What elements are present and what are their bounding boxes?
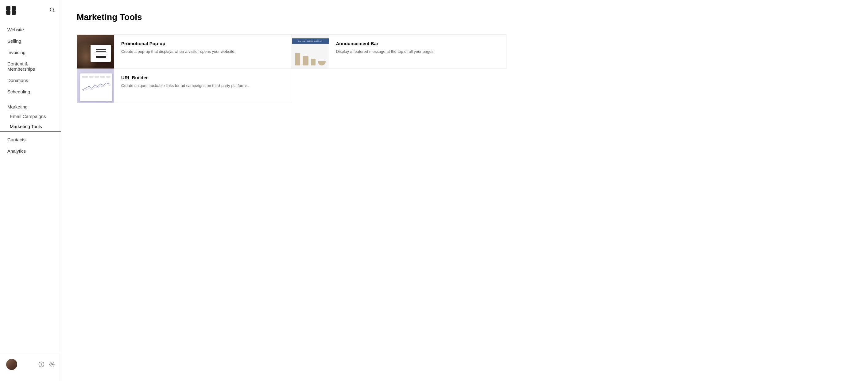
url-chart-area <box>82 79 111 92</box>
main-content: Marketing Tools <box>61 0 868 381</box>
tool-title-announcement: Announcement Bar <box>336 41 499 46</box>
product-medium <box>303 56 308 65</box>
svg-rect-3 <box>12 10 16 15</box>
sidebar-header <box>0 6 61 24</box>
tool-desc-popup: Create a pop-up that displays when a vis… <box>121 49 284 55</box>
sidebar-item-donations[interactable]: Donations <box>0 75 61 86</box>
sidebar-nav: Website Selling Invoicing Content & Memb… <box>0 24 61 354</box>
tool-desc-url: Create unique, trackable links for ad ca… <box>121 83 284 89</box>
tool-image-announcement: Use code HOLIDAY for 20% off <box>292 35 329 68</box>
sidebar-item-scheduling[interactable]: Scheduling <box>0 86 61 97</box>
url-pill-1 <box>82 76 88 78</box>
svg-text:?: ? <box>40 362 42 366</box>
product-bowl <box>318 61 326 65</box>
popup-line-1 <box>96 49 105 50</box>
tool-card-empty <box>292 68 507 103</box>
product-small <box>311 59 316 65</box>
sidebar-footer: ? <box>0 354 61 375</box>
tool-image-popup <box>77 35 114 68</box>
tool-image-url <box>77 69 114 102</box>
sidebar-item-content-memberships[interactable]: Content & Memberships <box>0 58 61 75</box>
settings-button[interactable] <box>49 361 55 368</box>
svg-point-8 <box>51 364 53 365</box>
sidebar: Website Selling Invoicing Content & Memb… <box>0 0 61 381</box>
sidebar-item-analytics[interactable]: Analytics <box>0 145 61 157</box>
tool-title-url: URL Builder <box>121 75 284 80</box>
sidebar-item-selling[interactable]: Selling <box>0 35 61 47</box>
popup-btn <box>96 56 105 58</box>
footer-icons: ? <box>38 361 55 368</box>
sidebar-item-invoicing[interactable]: Invoicing <box>0 47 61 58</box>
url-pill-2 <box>89 76 94 78</box>
announcement-bar-preview: Use code HOLIDAY for 20% off <box>292 38 329 44</box>
sidebar-item-contacts[interactable]: Contacts <box>0 134 61 145</box>
svg-rect-0 <box>6 6 10 10</box>
nav-section-bottom: Contacts Analytics <box>0 134 61 157</box>
nav-marketing-label: Marketing <box>0 100 61 111</box>
url-card-preview <box>80 74 112 101</box>
tool-body-url: URL Builder Create unique, trackable lin… <box>114 69 292 102</box>
tool-card-promotional-popup[interactable]: Promotional Pop-up Create a pop-up that … <box>77 34 292 69</box>
url-header-bar <box>82 76 111 78</box>
cards-container: Promotional Pop-up Create a pop-up that … <box>77 34 506 103</box>
svg-point-4 <box>50 8 54 11</box>
tool-desc-announcement: Display a featured message at the top of… <box>336 49 499 55</box>
search-button[interactable] <box>50 7 55 14</box>
announcement-products <box>292 53 329 65</box>
tool-title-popup: Promotional Pop-up <box>121 41 284 46</box>
url-pill-5 <box>106 76 111 78</box>
svg-line-5 <box>53 11 55 12</box>
popup-line-4 <box>94 54 107 54</box>
product-tall <box>295 53 300 65</box>
sidebar-item-email-campaigns[interactable]: Email Campaigns <box>0 111 61 121</box>
popup-overlay <box>91 45 111 62</box>
popup-line-2 <box>96 51 105 52</box>
svg-rect-1 <box>12 6 16 10</box>
url-pill-4 <box>100 76 105 78</box>
tool-card-announcement-bar[interactable]: Use code HOLIDAY for 20% off Announcemen <box>291 34 507 69</box>
cards-row-2: URL Builder Create unique, trackable lin… <box>77 69 506 103</box>
tool-body-popup: Promotional Pop-up Create a pop-up that … <box>114 35 291 68</box>
tool-body-announcement: Announcement Bar Display a featured mess… <box>329 35 506 68</box>
url-pill-3 <box>95 76 99 78</box>
svg-rect-2 <box>6 10 10 15</box>
logo[interactable] <box>6 6 16 15</box>
tool-card-url-builder[interactable]: URL Builder Create unique, trackable lin… <box>77 68 292 103</box>
popup-line-3 <box>94 53 107 53</box>
help-button[interactable]: ? <box>38 361 44 368</box>
nav-section-marketing: Marketing Email Campaigns Marketing Tool… <box>0 100 61 131</box>
sidebar-item-website[interactable]: Website <box>0 24 61 35</box>
nav-section-main: Website Selling Invoicing Content & Memb… <box>0 24 61 97</box>
sidebar-item-marketing-tools[interactable]: Marketing Tools <box>0 121 61 131</box>
cards-row-1: Promotional Pop-up Create a pop-up that … <box>77 34 506 69</box>
page-title: Marketing Tools <box>77 12 852 22</box>
avatar[interactable] <box>6 359 17 370</box>
